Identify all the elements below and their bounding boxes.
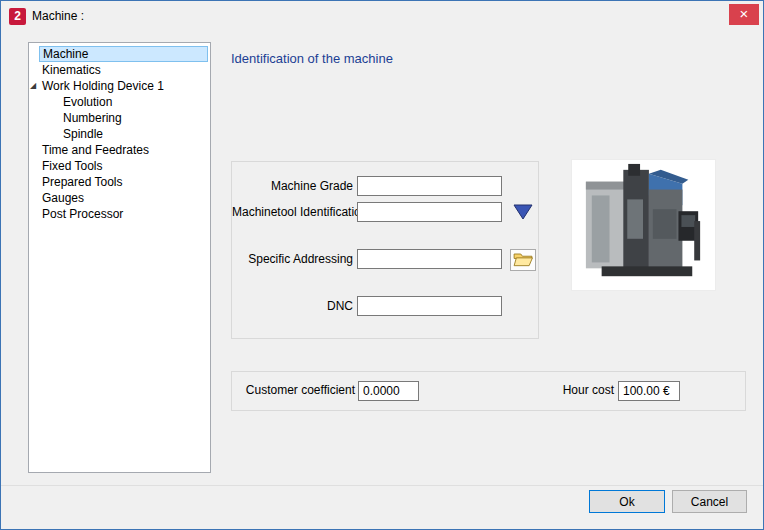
tree-item-label: Evolution <box>60 95 115 109</box>
tree-item-label: Prepared Tools <box>39 175 126 189</box>
tree-item-label: Kinematics <box>39 63 104 77</box>
footer-separator <box>1 485 763 486</box>
browse-folder-button[interactable] <box>510 249 536 271</box>
dnc-label: DNC <box>232 299 353 313</box>
tree-item-label: Numbering <box>60 111 125 125</box>
tree-item-label: Gauges <box>39 191 87 205</box>
tree-item-numbering[interactable]: Numbering <box>29 110 210 126</box>
tree-item-evolution[interactable]: Evolution <box>29 94 210 110</box>
folder-icon <box>513 251 533 267</box>
cancel-button[interactable]: Cancel <box>672 490 747 513</box>
window-title: Machine : <box>32 9 84 23</box>
hour-cost-input[interactable] <box>618 381 680 401</box>
machine-grade-label: Machine Grade <box>232 179 353 193</box>
tree-item-work-holding-device-1[interactable]: ◢ Work Holding Device 1 <box>29 78 210 94</box>
tree-item-label: Post Processor <box>39 207 126 221</box>
page-title: Identification of the machine <box>231 51 393 66</box>
machine-image <box>571 159 716 291</box>
dnc-input[interactable] <box>357 296 502 316</box>
titlebar[interactable]: 2 Machine : × <box>1 1 763 31</box>
machine-illustration <box>572 160 715 290</box>
tree-item-spindle[interactable]: Spindle <box>29 126 210 142</box>
expander-icon[interactable]: ◢ <box>30 81 36 91</box>
tree-item-label: Time and Feedrates <box>39 143 152 157</box>
tree-item-time-and-feedrates[interactable]: Time and Feedrates <box>29 142 210 158</box>
tree-item-label: Machine <box>39 46 208 62</box>
machinetool-identification-label: Machinetool Identification <box>232 205 353 219</box>
tree-item-kinematics[interactable]: Kinematics <box>29 62 210 78</box>
tree-item-gauges[interactable]: Gauges <box>29 190 210 206</box>
dropdown-triangle-icon <box>511 202 535 222</box>
ok-button[interactable]: Ok <box>589 490 665 513</box>
tree-item-label: Fixed Tools <box>39 159 105 173</box>
hour-cost-label: Hour cost <box>524 383 614 397</box>
specific-addressing-label: Specific Addressing <box>232 252 353 266</box>
tree-item-machine[interactable]: Machine <box>29 46 210 62</box>
tree-item-post-processor[interactable]: Post Processor <box>29 206 210 222</box>
tree-item-prepared-tools[interactable]: Prepared Tools <box>29 174 210 190</box>
cost-group: Customer coefficient Hour cost <box>231 371 746 411</box>
customer-coefficient-label: Customer coefficient <box>234 383 355 397</box>
identification-group: Machine Grade Machinetool Identification… <box>231 161 539 339</box>
tree-item-label: Work Holding Device 1 <box>39 79 167 93</box>
machine-grade-input[interactable] <box>357 176 502 196</box>
machine-dialog: 2 Machine : × Machine Kinematics ◢ Work … <box>0 0 764 530</box>
machinetool-identification-input[interactable] <box>357 202 502 222</box>
specific-addressing-input[interactable] <box>357 249 502 269</box>
close-button[interactable]: × <box>729 4 759 25</box>
machine-tree: Machine Kinematics ◢ Work Holding Device… <box>28 42 211 473</box>
tree-item-fixed-tools[interactable]: Fixed Tools <box>29 158 210 174</box>
tree-item-label: Spindle <box>60 127 106 141</box>
close-icon: × <box>740 5 749 22</box>
machinetool-dropdown-button[interactable] <box>510 202 536 224</box>
app-icon: 2 <box>9 8 26 25</box>
customer-coefficient-input[interactable] <box>358 381 419 401</box>
